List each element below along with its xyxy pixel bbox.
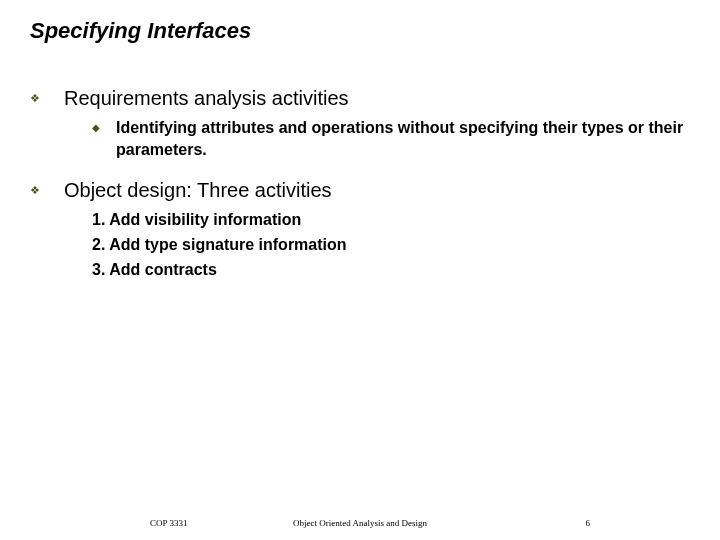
diamond-bullet-icon: ❖	[30, 85, 64, 111]
diamond-bullet-icon: ❖	[30, 177, 64, 203]
bullet-level2: ◆ Identifying attributes and operations …	[92, 117, 690, 161]
numbered-text: 1. Add visibility information	[92, 211, 301, 228]
numbered-item: 2. Add type signature information	[92, 234, 690, 256]
numbered-item: 1. Add visibility information	[92, 209, 690, 231]
level1-text: Object design: Three activities	[64, 177, 332, 203]
spacer	[30, 167, 690, 177]
bullet-level1: ❖ Object design: Three activities	[30, 177, 690, 203]
bullet-level1: ❖ Requirements analysis activities	[30, 85, 690, 111]
level2-text: Identifying attributes and operations wi…	[116, 117, 690, 161]
numbered-item: 3. Add contracts	[92, 259, 690, 281]
footer-right: 6	[586, 518, 591, 528]
slide-title: Specifying Interfaces	[30, 18, 251, 44]
slide-content: ❖ Requirements analysis activities ◆ Ide…	[30, 85, 690, 284]
level1-text: Requirements analysis activities	[64, 85, 349, 111]
numbered-label: Add contracts	[109, 261, 217, 278]
numbered-text: 3. Add contracts	[92, 261, 217, 278]
numbered-text: 2. Add type signature information	[92, 236, 347, 253]
numbered-label: Add visibility information	[109, 211, 301, 228]
numbered-label: Add type signature information	[109, 236, 346, 253]
small-diamond-icon: ◆	[92, 117, 116, 139]
slide: Specifying Interfaces ❖ Requirements ana…	[0, 0, 720, 540]
footer-center: Object Oriented Analysis and Design	[0, 518, 720, 528]
